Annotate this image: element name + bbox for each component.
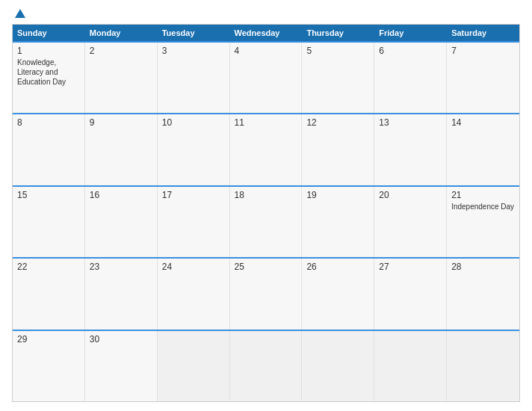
day-number: 30 [90, 334, 152, 344]
calendar-day-cell [447, 331, 519, 401]
calendar-grid: SundayMondayTuesdayWednesdayThursdayFrid… [12, 24, 520, 402]
day-number: 8 [17, 117, 80, 128]
day-number: 28 [451, 262, 515, 272]
calendar-day-cell: 21Independence Day [447, 187, 519, 257]
calendar-day-cell: 19 [302, 187, 374, 257]
calendar-day-cell: 20 [374, 187, 447, 257]
day-number: 11 [235, 117, 297, 128]
day-number: 4 [235, 46, 297, 56]
day-number: 25 [235, 262, 297, 272]
weekday-header: Saturday [447, 25, 519, 41]
calendar-day-cell: 16 [85, 187, 158, 257]
calendar-week-row: 15161718192021Independence Day [13, 185, 519, 257]
calendar-day-cell: 10 [158, 114, 230, 185]
calendar-day-cell: 5 [302, 43, 374, 113]
calendar-day-cell: 26 [302, 259, 374, 329]
calendar-day-cell [302, 331, 374, 401]
day-number: 24 [162, 262, 225, 272]
day-number: 29 [17, 334, 80, 344]
day-number: 3 [162, 46, 225, 56]
calendar-page: SundayMondayTuesdayWednesdayThursdayFrid… [0, 0, 532, 411]
weekday-header: Wednesday [230, 25, 303, 41]
day-number: 9 [90, 117, 152, 128]
calendar-week-row: 1Knowledge, Literacy and Education Day23… [13, 41, 519, 113]
calendar-day-cell [158, 331, 230, 401]
calendar-day-cell: 13 [374, 114, 447, 185]
calendar-day-cell: 12 [302, 114, 374, 185]
calendar-day-cell: 25 [230, 259, 303, 329]
calendar-day-cell: 24 [158, 259, 230, 329]
day-number: 2 [90, 46, 152, 56]
weekday-header: Sunday [13, 25, 85, 41]
day-number: 5 [306, 46, 369, 56]
calendar-header: SundayMondayTuesdayWednesdayThursdayFrid… [13, 25, 519, 41]
calendar-week-row: 891011121314 [13, 113, 519, 185]
day-number: 1 [17, 46, 80, 56]
calendar-day-cell: 7 [447, 43, 519, 113]
calendar-day-cell: 15 [13, 187, 85, 257]
calendar-day-cell: 1Knowledge, Literacy and Education Day [13, 43, 85, 113]
day-event-label: Independence Day [451, 202, 515, 211]
calendar-day-cell: 30 [85, 331, 158, 401]
day-number: 23 [90, 262, 152, 272]
weekday-header: Tuesday [158, 25, 230, 41]
calendar-week-row: 22232425262728 [13, 257, 519, 329]
day-number: 10 [162, 117, 225, 128]
calendar-day-cell: 28 [447, 259, 519, 329]
day-number: 6 [379, 46, 442, 56]
calendar-day-cell: 17 [158, 187, 230, 257]
day-number: 19 [306, 190, 369, 200]
day-number: 21 [451, 190, 515, 200]
calendar-day-cell: 2 [85, 43, 158, 113]
calendar-day-cell: 14 [447, 114, 519, 185]
day-event-label: Knowledge, Literacy and Education Day [17, 58, 80, 87]
day-number: 7 [451, 46, 515, 56]
calendar-day-cell: 8 [13, 114, 85, 185]
day-number: 13 [379, 117, 442, 128]
calendar-day-cell: 27 [374, 259, 447, 329]
page-header [12, 9, 520, 18]
day-number: 15 [17, 190, 80, 200]
calendar-body: 1Knowledge, Literacy and Education Day23… [13, 41, 519, 401]
day-number: 18 [235, 190, 297, 200]
calendar-week-row: 2930 [13, 330, 519, 401]
calendar-day-cell: 22 [13, 259, 85, 329]
calendar-day-cell: 11 [230, 114, 303, 185]
calendar-day-cell: 18 [230, 187, 303, 257]
day-number: 17 [162, 190, 225, 200]
calendar-day-cell: 6 [374, 43, 447, 113]
day-number: 22 [17, 262, 80, 272]
logo-triangle-icon [15, 9, 25, 18]
calendar-day-cell: 9 [85, 114, 158, 185]
day-number: 20 [379, 190, 442, 200]
weekday-header: Friday [374, 25, 447, 41]
day-number: 16 [90, 190, 152, 200]
day-number: 12 [306, 117, 369, 128]
day-number: 14 [451, 117, 515, 128]
calendar-day-cell [230, 331, 303, 401]
calendar-day-cell: 23 [85, 259, 158, 329]
calendar-day-cell: 3 [158, 43, 230, 113]
logo [12, 9, 28, 18]
calendar-day-cell [374, 331, 447, 401]
weekday-header: Monday [85, 25, 158, 41]
day-number: 27 [379, 262, 442, 272]
calendar-day-cell: 4 [230, 43, 303, 113]
day-number: 26 [306, 262, 369, 272]
calendar-day-cell: 29 [13, 331, 85, 401]
weekday-header: Thursday [302, 25, 374, 41]
